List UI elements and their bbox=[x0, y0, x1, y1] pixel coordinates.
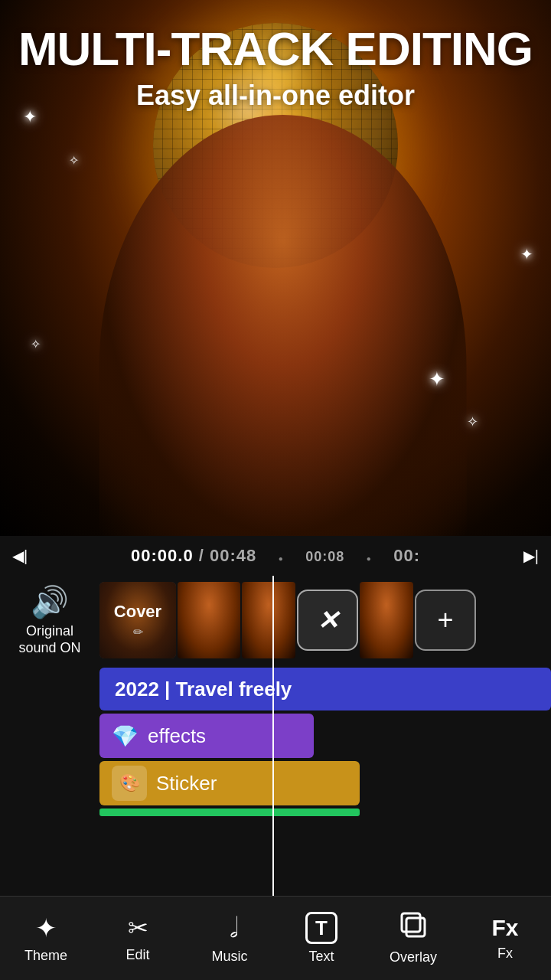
bottom-navigation: ✦ Theme ✂ Edit 𝅗𝅥 Music T Text Overlay F… bbox=[0, 896, 551, 980]
time-marker: 00:08 bbox=[305, 549, 344, 564]
video-preview: ✦ ✧ ✦ ✧ ✦ ✧ MULTI-TRACK EDITING Easy all… bbox=[0, 0, 551, 536]
nav-item-theme[interactable]: ✦ Theme bbox=[0, 897, 92, 980]
nav-item-fx[interactable]: Fx Fx bbox=[459, 897, 551, 980]
time-current: 00:00 bbox=[131, 546, 178, 565]
nav-item-music[interactable]: 𝅗𝅥 Music bbox=[184, 897, 276, 980]
nav-item-overlay[interactable]: Overlay bbox=[367, 897, 459, 980]
sparkle-3: ✦ bbox=[429, 368, 445, 391]
text-label: Text bbox=[308, 949, 334, 965]
nav-item-edit[interactable]: ✂ Edit bbox=[92, 897, 184, 980]
cover-edit-icon: ✏ bbox=[133, 625, 143, 639]
cover-thumbnail[interactable]: Cover ✏ bbox=[99, 582, 176, 658]
main-video-track: 🔊 Original sound ON Cover ✏ ✕ bbox=[0, 576, 551, 665]
theme-icon: ✦ bbox=[35, 913, 57, 943]
cover-label: Cover bbox=[114, 602, 161, 622]
sparkle-6: ✧ bbox=[31, 337, 41, 351]
timeline-bar: ◀| 00:00.0 / 00:48 ● 00:08 ● 00: ▶| bbox=[0, 536, 551, 576]
video-thumb-2-bg bbox=[242, 582, 295, 658]
overlay-icon bbox=[399, 911, 427, 945]
video-thumb-1-bg bbox=[178, 582, 240, 658]
sticker-track[interactable]: 🎨 Sticker bbox=[99, 761, 551, 805]
effects-inner[interactable]: 💎 effects bbox=[99, 714, 314, 758]
video-thumbnails: Cover ✏ ✕ + bbox=[99, 582, 551, 658]
add-clip-button[interactable]: + bbox=[415, 590, 476, 651]
sparkle-5: ✦ bbox=[520, 245, 533, 263]
skip-forward-button[interactable]: ▶| bbox=[523, 547, 539, 565]
sticker-inner[interactable]: 🎨 Sticker bbox=[99, 761, 360, 805]
nav-item-text[interactable]: T Text bbox=[276, 897, 367, 980]
video-thumb-3[interactable] bbox=[360, 582, 413, 658]
effects-icon: 💎 bbox=[112, 724, 139, 749]
time-display: 00:00.0 / 00:48 ● 00:08 ● 00: bbox=[35, 546, 516, 566]
text-icon: T bbox=[305, 912, 337, 944]
playhead bbox=[272, 576, 274, 896]
sound-control[interactable]: 🔊 Original sound ON bbox=[0, 584, 99, 656]
video-thumb-1[interactable] bbox=[178, 582, 240, 658]
sticker-icon-box: 🎨 bbox=[112, 766, 147, 801]
sound-label: Original sound ON bbox=[18, 623, 80, 656]
special-icon: ✕ bbox=[317, 605, 338, 635]
sound-icon: 🔊 bbox=[31, 584, 69, 620]
tracks-container: 🔊 Original sound ON Cover ✏ ✕ bbox=[0, 576, 551, 896]
overlay-label: Overlay bbox=[390, 949, 437, 965]
green-progress-bar bbox=[99, 808, 360, 816]
edit-icon: ✂ bbox=[128, 913, 148, 942]
theme-label: Theme bbox=[24, 948, 67, 964]
time-end-partial: 00: bbox=[393, 546, 420, 565]
time-separator: / bbox=[194, 546, 210, 565]
add-icon: + bbox=[437, 604, 453, 636]
svg-rect-1 bbox=[406, 918, 425, 936]
time-total: 00:48 bbox=[210, 546, 256, 565]
sparkle-2: ✧ bbox=[69, 153, 79, 168]
fx-label: Fx bbox=[497, 946, 513, 962]
svg-rect-0 bbox=[402, 913, 420, 932]
fx-icon: Fx bbox=[491, 915, 518, 941]
sub-title: Easy all-in-one editor bbox=[15, 80, 536, 112]
effects-track[interactable]: 💎 effects bbox=[99, 714, 551, 758]
title-overlay: MULTI-TRACK EDITING Easy all-in-one edit… bbox=[0, 0, 551, 112]
video-thumb-2[interactable] bbox=[242, 582, 295, 658]
time-fraction: .0 bbox=[178, 546, 193, 565]
sticker-label: Sticker bbox=[156, 772, 217, 795]
timeline-dot: ● bbox=[279, 554, 284, 563]
sticker-icon: 🎨 bbox=[119, 773, 140, 793]
text-track[interactable]: 2022 | Travel freely bbox=[99, 668, 551, 710]
music-label: Music bbox=[211, 949, 247, 965]
effects-label: effects bbox=[148, 724, 206, 748]
skip-back-button[interactable]: ◀| bbox=[12, 547, 28, 565]
sparkle-4: ✧ bbox=[467, 413, 478, 430]
special-thumb[interactable]: ✕ bbox=[297, 590, 358, 651]
text-track-label: 2022 | Travel freely bbox=[115, 678, 292, 701]
video-thumb-3-bg bbox=[360, 582, 413, 658]
edit-label: Edit bbox=[126, 947, 149, 963]
timeline-dot-2: ● bbox=[367, 554, 372, 563]
main-title: MULTI-TRACK EDITING bbox=[15, 23, 536, 75]
